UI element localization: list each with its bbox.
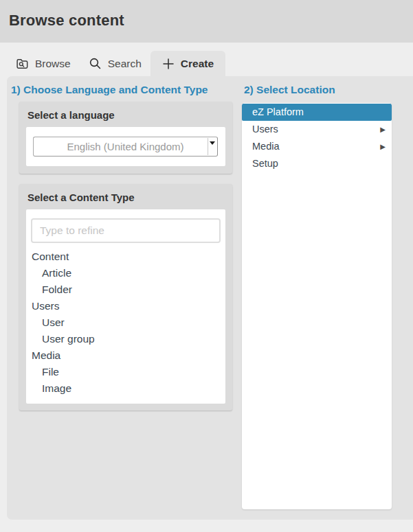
location-label: Media	[252, 141, 280, 152]
content-type-item[interactable]: Image	[26, 380, 225, 397]
window-header: Browse content	[0, 0, 413, 43]
expand-arrow-icon[interactable]: ▶	[380, 138, 386, 155]
content-type-group: Media	[26, 347, 225, 364]
content-type-list: ContentArticleFolderUsersUserUser groupM…	[26, 248, 225, 397]
create-tab-panel: 1) Choose Language and Content Type Sele…	[7, 76, 413, 520]
language-section-title: Select a language	[27, 109, 115, 121]
tab-create-label: Create	[181, 58, 214, 70]
language-select-container: English (United Kingdom)	[26, 127, 225, 166]
language-section: Select a language English (United Kingdo…	[19, 102, 232, 174]
location-item[interactable]: eZ Platform	[242, 104, 392, 121]
content-type-filter-input[interactable]	[31, 218, 221, 243]
language-select-value: English (United Kingdom)	[67, 141, 183, 152]
content-type-item[interactable]: User	[26, 314, 225, 331]
content-type-item[interactable]: Article	[26, 265, 225, 281]
plus-icon	[162, 58, 175, 70]
content-type-list-container: ContentArticleFolderUsersUserUser groupM…	[26, 209, 225, 404]
search-icon	[89, 57, 102, 70]
step2-heading: 2) Select Location	[244, 84, 335, 96]
language-select[interactable]: English (United Kingdom)	[33, 137, 218, 157]
content-type-group: Content	[26, 248, 225, 265]
content-type-section: Select a Content Type ContentArticleFold…	[19, 184, 232, 410]
tab-browse[interactable]: Browse	[7, 51, 80, 76]
browse-icon	[16, 57, 29, 70]
content-type-item[interactable]: File	[26, 364, 225, 380]
content-type-section-title: Select a Content Type	[27, 192, 135, 203]
location-label: eZ Platform	[252, 106, 304, 117]
tab-search-label: Search	[108, 58, 142, 70]
location-item[interactable]: Users▶	[242, 121, 392, 138]
tab-create[interactable]: Create	[150, 51, 225, 76]
page-title: Browse content	[9, 12, 124, 30]
location-label: Setup	[252, 158, 278, 169]
content-type-item[interactable]: Folder	[26, 281, 225, 298]
content-type-group: Users	[26, 298, 225, 314]
tab-bar: Browse Search Create	[7, 51, 225, 76]
expand-arrow-icon[interactable]: ▶	[380, 121, 386, 138]
tab-search[interactable]: Search	[80, 51, 150, 76]
select-dropdown-arrow-icon[interactable]	[208, 138, 216, 155]
location-label: Users	[252, 124, 278, 135]
content-type-item[interactable]: User group	[26, 331, 225, 347]
location-item[interactable]: Setup	[242, 155, 392, 172]
tab-browse-label: Browse	[35, 58, 71, 70]
location-list: eZ PlatformUsers▶Media▶Setup	[242, 103, 392, 509]
step1-heading: 1) Choose Language and Content Type	[11, 84, 208, 96]
location-item[interactable]: Media▶	[242, 138, 392, 155]
